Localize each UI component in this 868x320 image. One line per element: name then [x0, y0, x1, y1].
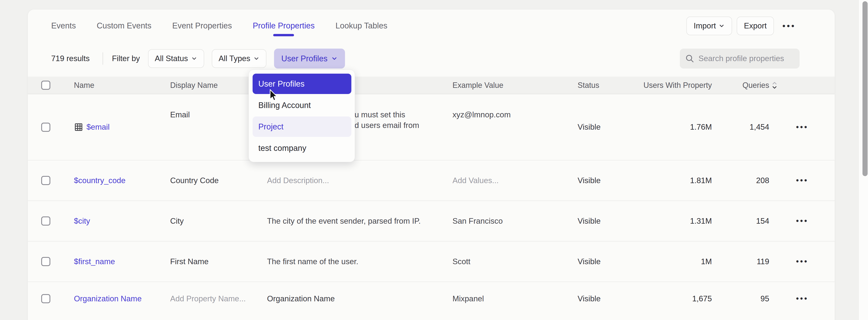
- row-actions-button[interactable]: •••: [769, 257, 835, 266]
- dropdown-item-project[interactable]: Project: [253, 116, 351, 137]
- display-name-cell[interactable]: City: [170, 217, 267, 225]
- search-box[interactable]: [680, 48, 800, 69]
- types-filter-button[interactable]: All Types: [212, 49, 267, 68]
- property-name-link[interactable]: $first_name: [74, 257, 170, 266]
- status-cell[interactable]: Visible: [578, 294, 638, 303]
- column-header-name[interactable]: Name: [74, 81, 170, 90]
- mouse-cursor-icon: [268, 89, 278, 102]
- tab-bar: Events Custom Events Event Properties Pr…: [28, 9, 835, 42]
- users-with-property-cell: 1.81M: [638, 176, 712, 185]
- display-name-cell[interactable]: Country Code: [170, 176, 267, 185]
- property-name-link[interactable]: Organization Name: [74, 294, 170, 303]
- example-value-cell[interactable]: xyz@lmnop.com: [453, 94, 578, 120]
- property-name-label: $first_name: [74, 257, 115, 266]
- row-checkbox[interactable]: [41, 257, 50, 266]
- tab-profile-properties[interactable]: Profile Properties: [253, 21, 315, 31]
- dropdown-item-billing-account[interactable]: Billing Account: [253, 95, 351, 115]
- properties-table: Name Display Name Example Value Status U…: [28, 77, 835, 320]
- property-name-label: Organization Name: [74, 294, 142, 303]
- queries-header-label: Queries: [742, 81, 769, 90]
- search-input[interactable]: [699, 54, 795, 63]
- row-checkbox[interactable]: [41, 176, 50, 185]
- dropdown-item-test-company[interactable]: test company: [253, 138, 351, 158]
- active-tab-indicator: [273, 34, 294, 36]
- chevron-down-icon: [331, 55, 338, 62]
- queries-cell: 119: [712, 257, 769, 266]
- example-value-cell[interactable]: Add Values...: [453, 176, 578, 185]
- export-button[interactable]: Export: [737, 16, 774, 35]
- row-actions-button[interactable]: •••: [769, 123, 835, 132]
- status-cell[interactable]: Visible: [578, 217, 638, 225]
- users-with-property-cell: 1.31M: [638, 217, 712, 225]
- search-icon: [685, 54, 695, 64]
- status-cell[interactable]: Visible: [578, 176, 638, 185]
- row-checkbox[interactable]: [41, 123, 50, 132]
- column-header-users-with-property[interactable]: Users With Property: [638, 81, 712, 90]
- select-all-checkbox[interactable]: [41, 81, 50, 90]
- tab-event-properties[interactable]: Event Properties: [172, 21, 232, 31]
- sort-icon[interactable]: [771, 80, 778, 90]
- property-name-link[interactable]: $city: [74, 217, 170, 225]
- toolbar-actions: Import Export •••: [686, 16, 800, 35]
- table-row: Organization Name Add Property Name... O…: [28, 282, 835, 320]
- table-header-row: Name Display Name Example Value Status U…: [28, 77, 835, 94]
- description-cell[interactable]: The first name of the user.: [267, 257, 453, 266]
- table-grid-icon: [74, 122, 83, 132]
- tab-profile-properties-label: Profile Properties: [253, 21, 315, 30]
- row-actions-button[interactable]: •••: [769, 176, 835, 185]
- row-actions-button[interactable]: •••: [769, 216, 835, 225]
- property-name-link[interactable]: $email: [74, 122, 170, 132]
- table-row: $city City The city of the event sender,…: [28, 201, 835, 242]
- queries-cell: 154: [712, 217, 769, 225]
- import-button[interactable]: Import: [686, 16, 732, 35]
- results-count: 719 results: [51, 54, 90, 63]
- column-header-queries[interactable]: Queries: [712, 80, 769, 90]
- column-header-status[interactable]: Status: [578, 81, 638, 90]
- row-checkbox[interactable]: [41, 294, 50, 303]
- description-fragment: d users email from: [354, 120, 453, 131]
- queries-cell: 95: [712, 294, 769, 303]
- status-filter-button[interactable]: All Status: [148, 49, 204, 68]
- profile-type-filter-label: User Profiles: [281, 54, 328, 63]
- import-button-label: Import: [693, 22, 716, 30]
- description-cell[interactable]: Organization Name: [267, 294, 453, 303]
- table-row: $first_name First Name The first name of…: [28, 242, 835, 282]
- divider: [103, 52, 103, 65]
- scrollbar-track[interactable]: [859, 0, 868, 320]
- main-panel: Events Custom Events Event Properties Pr…: [28, 9, 835, 320]
- display-name-cell[interactable]: First Name: [170, 257, 267, 266]
- description-cell[interactable]: The city of the event sender, parsed fro…: [267, 217, 453, 225]
- types-filter-label: All Types: [219, 54, 250, 63]
- row-actions-button[interactable]: •••: [769, 294, 835, 303]
- tab-lookup-tables[interactable]: Lookup Tables: [335, 21, 387, 31]
- users-with-property-cell: 1,675: [638, 294, 712, 303]
- table-row: $email Email u must set this d users ema…: [28, 94, 835, 161]
- description-cell[interactable]: Add Description...: [267, 176, 453, 185]
- example-value-cell[interactable]: San Francisco: [453, 217, 578, 225]
- status-cell[interactable]: Visible: [578, 257, 638, 266]
- chevron-down-icon: [253, 56, 259, 62]
- property-name-label: $city: [74, 217, 90, 225]
- export-button-label: Export: [744, 22, 767, 30]
- dropdown-item-user-profiles[interactable]: User Profiles: [253, 74, 351, 94]
- scrollbar-thumb[interactable]: [863, 1, 868, 176]
- property-name-label: $email: [87, 123, 110, 132]
- example-value-cell[interactable]: Mixpanel: [453, 294, 578, 303]
- filter-bar: 719 results Filter by All Status All Typ…: [28, 48, 835, 69]
- row-checkbox[interactable]: [41, 216, 50, 225]
- profile-type-filter-button[interactable]: User Profiles: [274, 48, 345, 69]
- property-name-label: $country_code: [74, 176, 126, 185]
- property-name-link[interactable]: $country_code: [74, 176, 170, 185]
- users-with-property-cell: 1M: [638, 257, 712, 266]
- display-name-cell[interactable]: Add Property Name...: [170, 294, 267, 303]
- profile-type-dropdown-menu: User Profiles Billing Account Project te…: [249, 70, 355, 162]
- chevron-down-icon: [718, 23, 725, 29]
- more-options-button[interactable]: •••: [779, 21, 800, 31]
- column-header-example-value[interactable]: Example Value: [453, 81, 578, 90]
- tab-custom-events[interactable]: Custom Events: [97, 21, 152, 31]
- tab-events[interactable]: Events: [51, 21, 76, 31]
- filter-by-label: Filter by: [112, 54, 140, 63]
- status-filter-label: All Status: [155, 54, 188, 63]
- example-value-cell[interactable]: Scott: [453, 257, 578, 266]
- status-cell[interactable]: Visible: [578, 123, 638, 132]
